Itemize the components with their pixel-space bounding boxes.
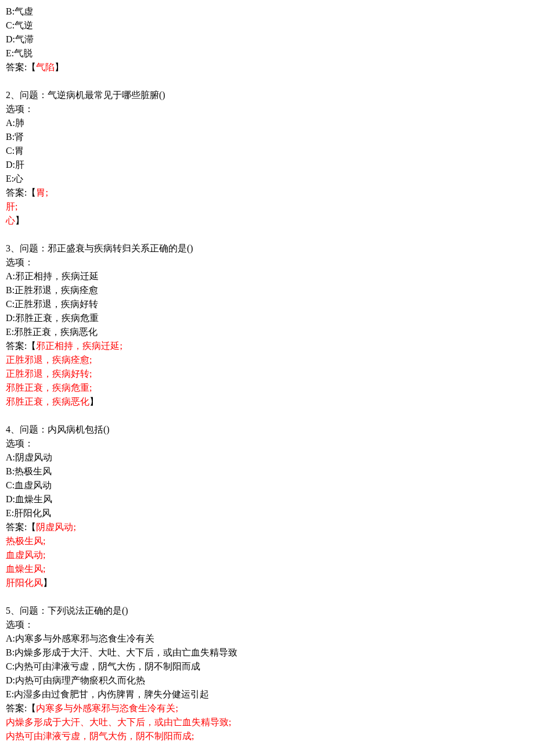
- q2-answer-2: 肝;: [6, 200, 528, 214]
- q1-answer-line: 答案:【气陷】: [6, 60, 528, 74]
- q3-answer-3: 正胜邪退，疾病好转;: [6, 367, 528, 381]
- q3-answer-line-1: 答案:【邪正相持，疾病迁延;: [6, 339, 528, 353]
- q1-option-c: C:气逆: [6, 19, 528, 33]
- q3-answer-1: 邪正相持，疾病迁延;: [36, 341, 122, 351]
- q3-option-e: E:邪胜正衰，疾病恶化: [6, 325, 528, 339]
- q5-option-b: B:内燥多形成于大汗、大吐、大下后，或由亡血失精导致: [6, 646, 528, 660]
- q2-answer-1: 胃;: [36, 188, 48, 197]
- blank-line: [6, 74, 528, 88]
- q2-option-c: C:胃: [6, 144, 528, 158]
- q4-option-d: D:血燥生风: [6, 492, 528, 506]
- q2-options-label: 选项：: [6, 102, 528, 116]
- q2-option-b: B:肾: [6, 130, 528, 144]
- q4-option-c: C:血虚风动: [6, 478, 528, 492]
- q2-prompt: 2、问题：气逆病机最常见于哪些脏腑(): [6, 88, 528, 102]
- q5-option-c: C:内热可由津液亏虚，阴气大伤，阴不制阳而成: [6, 660, 528, 674]
- q3-option-a: A:邪正相持，疾病迁延: [6, 269, 528, 283]
- q3-option-b: B:正胜邪退，疾病痊愈: [6, 283, 528, 297]
- q3-answer-5: 邪胜正衰，疾病恶化: [6, 397, 89, 406]
- q4-answer-line-1: 答案:【阴虚风动;: [6, 520, 528, 534]
- q4-answer-4: 血燥生风;: [6, 562, 528, 576]
- blank-line: [6, 228, 528, 242]
- q5-option-e: E:内湿多由过食肥甘，内伤脾胃，脾失分健运引起: [6, 687, 528, 701]
- q4-options-label: 选项：: [6, 437, 528, 451]
- q4-answer-1: 阴虚风动;: [36, 522, 75, 532]
- q5-answer-3: 内热可由津液亏虚，阴气大伤，阴不制阳而成;: [6, 729, 528, 743]
- q1-answer-suffix: 】: [55, 62, 64, 72]
- q5-answer-1: 内寒多与外感寒邪与恣食生冷有关;: [36, 703, 178, 713]
- q1-answer-text: 气陷: [36, 62, 55, 72]
- q5-options-label: 选项：: [6, 618, 528, 632]
- q5-answer-2: 内燥多形成于大汗、大吐、大下后，或由亡血失精导致;: [6, 715, 528, 729]
- q3-answer-line-5: 邪胜正衰，疾病恶化】: [6, 395, 528, 409]
- q4-option-e: E:肝阳化风: [6, 506, 528, 520]
- q4-answer-3: 血虚风动;: [6, 548, 528, 562]
- q4-prompt: 4、问题：内风病机包括(): [6, 423, 528, 437]
- q2-answer-3: 心: [6, 215, 15, 225]
- q3-option-c: C:正胜邪退，疾病好转: [6, 297, 528, 311]
- q1-option-b: B:气虚: [6, 5, 528, 19]
- q3-prompt: 3、问题：邪正盛衰与疾病转归关系正确的是(): [6, 242, 528, 255]
- q1-answer-prefix: 答案:【: [6, 62, 36, 72]
- q5-prompt: 5、问题：下列说法正确的是(): [6, 604, 528, 618]
- q5-option-d: D:内热可由病理产物瘀积久而化热: [6, 674, 528, 687]
- q4-option-b: B:热极生风: [6, 465, 528, 478]
- blank-line: [6, 409, 528, 423]
- q4-option-a: A:阴虚风动: [6, 451, 528, 465]
- q2-answer-suffix: 】: [15, 215, 24, 225]
- q2-option-e: E:心: [6, 172, 528, 186]
- q5-option-a: A:内寒多与外感寒邪与恣食生冷有关: [6, 632, 528, 646]
- q2-answer-line-1: 答案:【胃;: [6, 186, 528, 200]
- q1-option-e: E:气脱: [6, 46, 528, 60]
- q3-answer-prefix: 答案:【: [6, 341, 36, 351]
- q1-option-d: D:气滞: [6, 33, 528, 46]
- q2-answer-prefix: 答案:【: [6, 188, 36, 197]
- q4-answer-suffix: 】: [43, 578, 52, 588]
- q5-answer-prefix: 答案:【: [6, 703, 36, 713]
- q4-answer-line-5: 肝阳化风】: [6, 576, 528, 590]
- blank-line: [6, 590, 528, 604]
- q5-answer-line-1: 答案:【内寒多与外感寒邪与恣食生冷有关;: [6, 701, 528, 715]
- q3-answer-2: 正胜邪退，疾病痊愈;: [6, 353, 528, 367]
- q3-answer-4: 邪胜正衰，疾病危重;: [6, 381, 528, 395]
- q4-answer-5: 肝阳化风: [6, 578, 43, 588]
- q2-option-d: D:肝: [6, 158, 528, 172]
- q3-options-label: 选项：: [6, 255, 528, 269]
- q2-option-a: A:肺: [6, 116, 528, 130]
- q4-answer-2: 热极生风;: [6, 534, 528, 548]
- q3-answer-suffix: 】: [89, 397, 99, 406]
- q4-answer-prefix: 答案:【: [6, 522, 36, 532]
- q3-option-d: D:邪胜正衰，疾病危重: [6, 311, 528, 325]
- q2-answer-line-3: 心】: [6, 214, 528, 228]
